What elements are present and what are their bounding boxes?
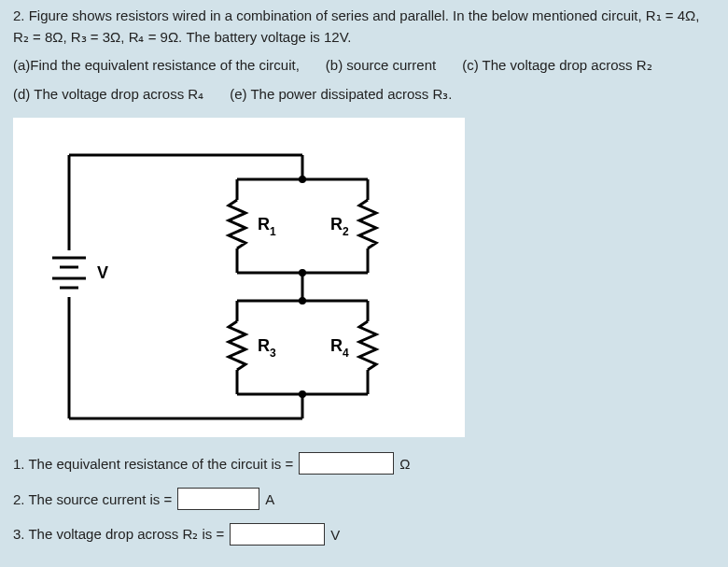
svg-point-23 — [299, 176, 306, 183]
problem-statement: 2. Figure shows resistors wired in a com… — [13, 6, 715, 48]
answer-line-2: 2. The source current is = A — [13, 488, 715, 510]
circuit-svg: V R1 R2 R3 R4 — [13, 118, 465, 437]
answer-3-label: 3. The voltage drop across R₂ is = — [13, 526, 224, 543]
answer-3-unit: V — [330, 527, 340, 543]
r2-label: R2 — [330, 215, 349, 238]
part-d: (d) The voltage drop across R₄ — [13, 84, 203, 106]
r3-label: R3 — [258, 336, 276, 360]
battery-label: V — [97, 263, 108, 282]
answer-1-input[interactable] — [299, 452, 394, 475]
answer-line-1: 1. The equivalent resistance of the circ… — [13, 452, 715, 475]
answer-1-unit: Ω — [399, 456, 410, 472]
svg-point-25 — [299, 297, 306, 305]
circuit-figure: V R1 R2 R3 R4 — [13, 118, 465, 437]
svg-point-26 — [299, 390, 306, 398]
svg-point-24 — [299, 269, 306, 276]
part-e: (e) The power dissipated across R₃. — [230, 84, 452, 106]
answer-line-3: 3. The voltage drop across R₂ is = V — [13, 523, 715, 546]
part-c: (c) The voltage drop across R₂ — [462, 55, 651, 77]
intro-line-2: R₂ = 8Ω, R₃ = 3Ω, R₄ = 9Ω. The battery v… — [13, 27, 715, 49]
answer-3-input[interactable] — [230, 523, 325, 546]
answer-1-label: 1. The equivalent resistance of the circ… — [13, 456, 293, 472]
r1-label: R1 — [258, 215, 276, 238]
answer-2-unit: A — [265, 491, 274, 507]
answers-section: 1. The equivalent resistance of the circ… — [13, 452, 715, 546]
problem-parts: (a)Find the equivalent resistance of the… — [13, 55, 715, 105]
part-b: (b) source current — [326, 55, 436, 77]
part-a: (a)Find the equivalent resistance of the… — [13, 55, 300, 77]
r4-label: R4 — [330, 336, 349, 360]
answer-2-input[interactable] — [177, 488, 259, 510]
answer-2-label: 2. The source current is = — [13, 491, 172, 507]
intro-line-1: 2. Figure shows resistors wired in a com… — [13, 6, 715, 27]
